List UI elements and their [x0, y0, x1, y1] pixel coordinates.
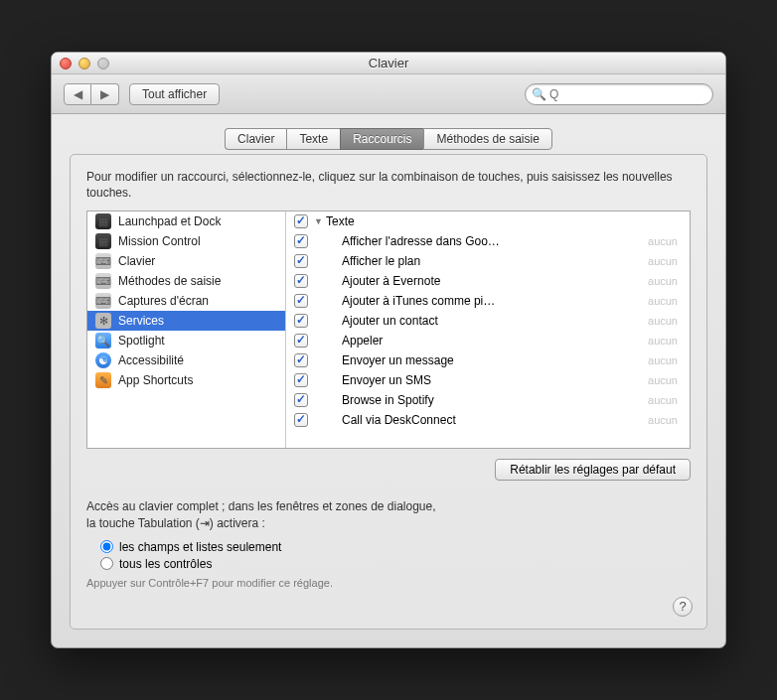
sidebar-item-label: App Shortcuts — [118, 373, 193, 387]
service-shortcut: aucun — [648, 275, 686, 287]
service-shortcut: aucun — [648, 255, 686, 267]
sidebar-item-label: Mission Control — [118, 234, 201, 248]
full-keyboard-access-text: Accès au clavier complet ; dans les fenê… — [86, 498, 691, 532]
access-hint: Appuyer sur Contrôle+F7 pour modifier ce… — [86, 577, 691, 589]
dark-icon: ▦ — [95, 233, 111, 249]
radio-input-fields[interactable] — [100, 540, 113, 553]
radio-all-controls[interactable]: tous les contrôles — [100, 557, 691, 571]
service-row[interactable]: Ajouter à Evernoteaucun — [286, 271, 690, 291]
service-shortcut: aucun — [648, 374, 686, 386]
services-list[interactable]: ▼TexteAfficher l'adresse dans Goo…aucunA… — [286, 211, 690, 448]
titlebar: Clavier — [52, 53, 725, 74]
dark-icon: ▦ — [95, 213, 111, 229]
minimize-icon[interactable] — [78, 58, 90, 70]
service-row[interactable]: Afficher le planaucun — [286, 251, 690, 271]
service-row[interactable]: Afficher l'adresse dans Goo…aucun — [286, 231, 690, 251]
access-radios: les champs et listes seulement tous les … — [100, 540, 691, 571]
shortcuts-panel: Pour modifier un raccourci, sélectionnez… — [70, 154, 707, 630]
service-shortcut: aucun — [648, 354, 686, 366]
sidebar-item-services[interactable]: ✻Services — [87, 311, 285, 331]
service-checkbox[interactable] — [294, 393, 308, 407]
sidebar-item-label: Méthodes de saisie — [118, 274, 221, 288]
sidebar-item-clavier[interactable]: ⌨Clavier — [87, 251, 285, 271]
gray-icon: ⌨ — [95, 273, 111, 289]
service-row[interactable]: Ajouter un contactaucun — [286, 311, 690, 331]
sidebar-item-accessibilit-[interactable]: ☯Accessibilité — [87, 350, 285, 370]
service-checkbox[interactable] — [294, 314, 308, 328]
service-checkbox[interactable] — [294, 353, 308, 367]
service-label: Ajouter à iTunes comme pi… — [314, 294, 648, 308]
sidebar-item-label: Services — [118, 314, 164, 328]
forward-button[interactable]: ▶ — [91, 83, 119, 105]
search-wrap: 🔍 — [525, 83, 713, 105]
service-row[interactable]: Envoyer un SMSaucun — [286, 370, 690, 390]
service-shortcut: aucun — [648, 394, 686, 406]
sidebar-item-label: Clavier — [118, 254, 155, 268]
sidebar-item-launchpad-et-dock[interactable]: ▦Launchpad et Dock — [87, 211, 285, 231]
radio-fields-only[interactable]: les champs et listes seulement — [100, 540, 691, 554]
service-row[interactable]: Appeleraucun — [286, 331, 690, 350]
sidebar-item-mission-control[interactable]: ▦Mission Control — [87, 231, 285, 251]
service-row[interactable]: Browse in Spotifyaucun — [286, 390, 690, 410]
restore-label: Rétablir les réglages par défaut — [510, 463, 676, 477]
radio-label-2: tous les contrôles — [119, 557, 212, 571]
service-checkbox[interactable] — [294, 274, 308, 288]
content: ClavierTexteRaccourcisMéthodes de saisie… — [52, 114, 725, 647]
nav-segmented: ◀ ▶ — [64, 83, 119, 105]
sidebar-item-m-thodes-de-saisie[interactable]: ⌨Méthodes de saisie — [87, 271, 285, 291]
service-checkbox[interactable] — [294, 334, 308, 348]
tab-texte[interactable]: Texte — [286, 128, 340, 150]
toolbar: ◀ ▶ Tout afficher 🔍 — [52, 74, 725, 114]
back-button[interactable]: ◀ — [64, 83, 91, 105]
service-label: Afficher l'adresse dans Goo… — [314, 234, 648, 248]
preferences-window: Clavier ◀ ▶ Tout afficher 🔍 ClavierTexte… — [51, 52, 726, 648]
service-checkbox[interactable] — [294, 254, 308, 268]
show-all-button[interactable]: Tout afficher — [129, 83, 220, 105]
service-group-header[interactable]: ▼Texte — [286, 211, 690, 231]
tabs: ClavierTexteRaccourcisMéthodes de saisie — [70, 128, 707, 150]
radio-label-1: les champs et listes seulement — [119, 540, 281, 554]
sidebar-item-label: Launchpad et Dock — [118, 214, 221, 228]
service-label: Ajouter à Evernote — [314, 274, 648, 288]
service-checkbox[interactable] — [294, 294, 308, 308]
service-checkbox[interactable] — [294, 234, 308, 248]
tab-méthodes-de-saisie[interactable]: Méthodes de saisie — [423, 128, 551, 150]
group-label: Texte — [326, 214, 355, 228]
radio-input-all[interactable] — [100, 557, 113, 570]
gray-icon: ⌨ — [95, 293, 111, 309]
service-row[interactable]: Envoyer un messageaucun — [286, 350, 690, 370]
sidebar-item-app-shortcuts[interactable]: ✎App Shortcuts — [87, 370, 285, 390]
service-shortcut: aucun — [648, 235, 686, 247]
access-line2: la touche Tabulation (⇥) activera : — [86, 515, 691, 532]
orange-icon: ✎ — [95, 372, 111, 388]
service-row[interactable]: Call via DeskConnectaucun — [286, 410, 690, 430]
window-title: Clavier — [60, 56, 717, 70]
service-checkbox[interactable] — [294, 373, 308, 387]
restore-defaults-button[interactable]: Rétablir les réglages par défaut — [495, 459, 691, 481]
service-label: Appeler — [314, 334, 648, 348]
show-all-label: Tout afficher — [142, 87, 207, 101]
service-label: Call via DeskConnect — [314, 413, 648, 427]
service-shortcut: aucun — [648, 295, 686, 307]
access-icon: ☯ — [95, 352, 111, 368]
sidebar-item-label: Spotlight — [118, 334, 165, 348]
help-button[interactable]: ? — [673, 597, 693, 617]
gray-icon: ⌨ — [95, 253, 111, 269]
search-input[interactable] — [525, 83, 713, 105]
service-label: Ajouter un contact — [314, 314, 648, 328]
group-checkbox[interactable] — [294, 214, 308, 228]
service-label: Envoyer un message — [314, 353, 648, 367]
tab-clavier[interactable]: Clavier — [225, 128, 286, 150]
disclosure-icon[interactable]: ▼ — [314, 216, 324, 226]
service-shortcut: aucun — [648, 335, 686, 347]
tab-raccourcis[interactable]: Raccourcis — [340, 128, 423, 150]
service-checkbox[interactable] — [294, 413, 308, 427]
close-icon[interactable] — [60, 58, 72, 70]
sidebar-item-spotlight[interactable]: 🔍Spotlight — [87, 331, 285, 350]
zoom-icon[interactable] — [97, 58, 109, 70]
service-row[interactable]: Ajouter à iTunes comme pi…aucun — [286, 291, 690, 311]
service-label: Envoyer un SMS — [314, 373, 648, 387]
sidebar-item-captures-d-cran[interactable]: ⌨Captures d'écran — [87, 291, 285, 311]
service-shortcut: aucun — [648, 414, 686, 426]
category-list[interactable]: ▦Launchpad et Dock▦Mission Control⌨Clavi… — [87, 211, 286, 448]
